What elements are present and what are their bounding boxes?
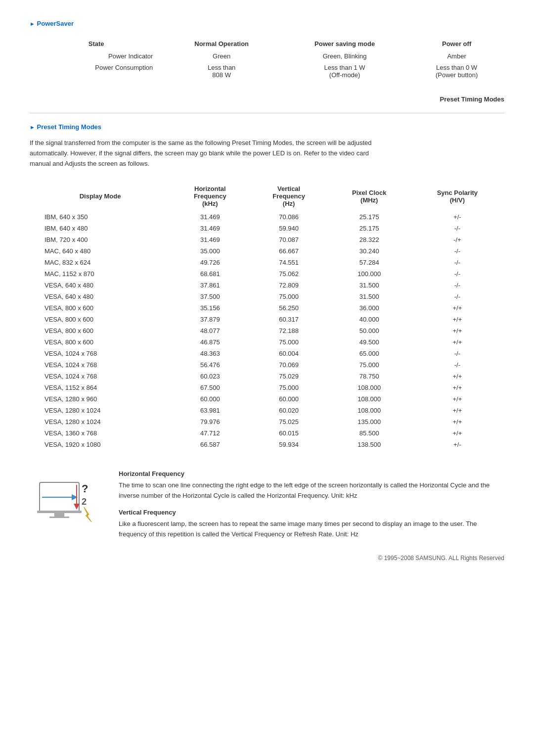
mode-cell: IBM, 720 x 400 bbox=[30, 234, 171, 245]
h-freq-cell: 31.469 bbox=[171, 211, 249, 223]
sync-cell: +/+ bbox=[410, 336, 504, 348]
timing-row: IBM, 640 x 480 31.469 59.940 25.175 -/- bbox=[30, 223, 504, 234]
svg-text:2: 2 bbox=[82, 497, 87, 507]
sync-cell: +/+ bbox=[410, 416, 504, 427]
pixel-cell: 75.000 bbox=[328, 359, 410, 371]
h-freq-cell: 60.000 bbox=[171, 393, 249, 405]
h-freq-cell: 60.023 bbox=[171, 371, 249, 382]
h-freq-cell: 47.712 bbox=[171, 427, 249, 439]
v-freq-cell: 75.000 bbox=[249, 382, 328, 393]
sync-cell: +/+ bbox=[410, 314, 504, 325]
timing-table: Display Mode Horizontal Frequency (kHz) … bbox=[30, 181, 504, 450]
mode-cell: VESA, 1280 x 1024 bbox=[30, 405, 171, 416]
vertical-freq-desc: Like a fluorescent lamp, the screen has … bbox=[119, 519, 504, 540]
v-freq-cell: 75.029 bbox=[249, 371, 328, 382]
v-freq-header: Vertical Frequency (Hz) bbox=[249, 181, 328, 211]
timing-row: VESA, 1152 x 864 67.500 75.000 108.000 +… bbox=[30, 382, 504, 393]
preset-description: If the signal transferred from the compu… bbox=[30, 138, 386, 169]
powersaver-title: ► PowerSaver bbox=[30, 20, 504, 27]
pixel-cell: 78.750 bbox=[328, 371, 410, 382]
saving-header: Power saving mode bbox=[280, 37, 409, 50]
sync-cell: +/+ bbox=[410, 405, 504, 416]
preset-section-title: ► Preset Timing Modes bbox=[30, 123, 504, 131]
h-freq-header: Horizontal Frequency (kHz) bbox=[171, 181, 249, 211]
power-indicator-label: Power Indicator bbox=[30, 50, 163, 62]
pixel-cell: 36.000 bbox=[328, 302, 410, 314]
mode-cell: VESA, 640 x 480 bbox=[30, 280, 171, 291]
h-freq-cell: 35.156 bbox=[171, 302, 249, 314]
sync-cell: -/- bbox=[410, 245, 504, 257]
h-freq-cell: 46.875 bbox=[171, 336, 249, 348]
sync-cell: -/- bbox=[410, 280, 504, 291]
mode-cell: MAC, 640 x 480 bbox=[30, 245, 171, 257]
h-freq-cell: 37.500 bbox=[171, 291, 249, 302]
pixel-cell: 138.500 bbox=[328, 439, 410, 450]
frequency-illustration: ? 2 bbox=[30, 470, 104, 539]
pixel-cell: 65.000 bbox=[328, 348, 410, 359]
mode-cell: VESA, 1360 x 768 bbox=[30, 427, 171, 439]
svg-rect-1 bbox=[37, 511, 82, 513]
v-freq-cell: 60.015 bbox=[249, 427, 328, 439]
sync-cell: +/- bbox=[410, 211, 504, 223]
pixel-cell: 108.000 bbox=[328, 405, 410, 416]
h-freq-cell: 37.879 bbox=[171, 314, 249, 325]
sync-cell: -/- bbox=[410, 223, 504, 234]
bottom-section: ? 2 Horizontal Frequency The time to sca… bbox=[30, 470, 504, 539]
power-consumption-label: Power Consumption bbox=[30, 62, 163, 81]
v-freq-cell: 60.004 bbox=[249, 348, 328, 359]
mode-cell: VESA, 1920 x 1080 bbox=[30, 439, 171, 450]
mode-cell: VESA, 1280 x 1024 bbox=[30, 416, 171, 427]
power-consumption-saving: Less than 1 W (Off-mode) bbox=[280, 62, 409, 81]
power-indicator-row: Power Indicator Green Green, Blinking Am… bbox=[30, 50, 504, 62]
h-freq-cell: 79.976 bbox=[171, 416, 249, 427]
preset-arrow-icon: ► bbox=[30, 124, 35, 130]
v-freq-cell: 70.086 bbox=[249, 211, 328, 223]
timing-row: VESA, 800 x 600 35.156 56.250 36.000 +/+ bbox=[30, 302, 504, 314]
state-header: State bbox=[30, 37, 163, 50]
frequency-descriptions: Horizontal Frequency The time to scan on… bbox=[119, 470, 504, 539]
h-freq-cell: 63.981 bbox=[171, 405, 249, 416]
vertical-freq-title: Vertical Frequency bbox=[119, 509, 504, 516]
frequency-svg: ? 2 bbox=[35, 480, 99, 529]
sync-cell: +/+ bbox=[410, 302, 504, 314]
v-freq-cell: 70.087 bbox=[249, 234, 328, 245]
pixel-cell: 100.000 bbox=[328, 268, 410, 280]
v-freq-cell: 60.317 bbox=[249, 314, 328, 325]
v-freq-cell: 74.551 bbox=[249, 257, 328, 268]
mode-cell: VESA, 800 x 600 bbox=[30, 314, 171, 325]
v-freq-cell: 70.069 bbox=[249, 359, 328, 371]
pixel-cell: 85.500 bbox=[328, 427, 410, 439]
power-consumption-row: Power Consumption Less than 808 W Less t… bbox=[30, 62, 504, 81]
mode-cell: MAC, 832 x 624 bbox=[30, 257, 171, 268]
pixel-cell: 135.000 bbox=[328, 416, 410, 427]
svg-marker-8 bbox=[84, 507, 91, 522]
v-freq-cell: 75.000 bbox=[249, 291, 328, 302]
v-freq-cell: 75.000 bbox=[249, 336, 328, 348]
mode-cell: VESA, 1152 x 864 bbox=[30, 382, 171, 393]
timing-row: VESA, 640 x 480 37.861 72.809 31.500 -/- bbox=[30, 280, 504, 291]
svg-rect-3 bbox=[49, 517, 69, 518]
timing-row: VESA, 640 x 480 37.500 75.000 31.500 -/- bbox=[30, 291, 504, 302]
timing-row: VESA, 1280 x 1024 63.981 60.020 108.000 … bbox=[30, 405, 504, 416]
pixel-cell: 31.500 bbox=[328, 280, 410, 291]
horizontal-freq-desc: The time to scan one line connecting the… bbox=[119, 480, 504, 501]
mode-cell: MAC, 1152 x 870 bbox=[30, 268, 171, 280]
mode-cell: VESA, 1280 x 960 bbox=[30, 393, 171, 405]
timing-row: VESA, 1920 x 1080 66.587 59.934 138.500 … bbox=[30, 439, 504, 450]
svg-text:?: ? bbox=[82, 482, 88, 495]
power-indicator-normal: Green bbox=[163, 50, 280, 62]
timing-row: VESA, 1024 x 768 56.476 70.069 75.000 -/… bbox=[30, 359, 504, 371]
arrow-icon: ► bbox=[30, 21, 35, 27]
preset-timing-right-title: Preset Timing Modes bbox=[30, 95, 504, 103]
v-freq-cell: 56.250 bbox=[249, 302, 328, 314]
mode-cell: IBM, 640 x 350 bbox=[30, 211, 171, 223]
divider-1 bbox=[30, 113, 504, 113]
h-freq-cell: 49.726 bbox=[171, 257, 249, 268]
pixel-cell: 30.240 bbox=[328, 245, 410, 257]
h-freq-cell: 56.476 bbox=[171, 359, 249, 371]
display-mode-header: Display Mode bbox=[30, 181, 171, 211]
timing-row: VESA, 1024 x 768 48.363 60.004 65.000 -/… bbox=[30, 348, 504, 359]
pixel-cell: 49.500 bbox=[328, 336, 410, 348]
timing-row: VESA, 800 x 600 48.077 72.188 50.000 +/+ bbox=[30, 325, 504, 336]
timing-row: VESA, 800 x 600 46.875 75.000 49.500 +/+ bbox=[30, 336, 504, 348]
